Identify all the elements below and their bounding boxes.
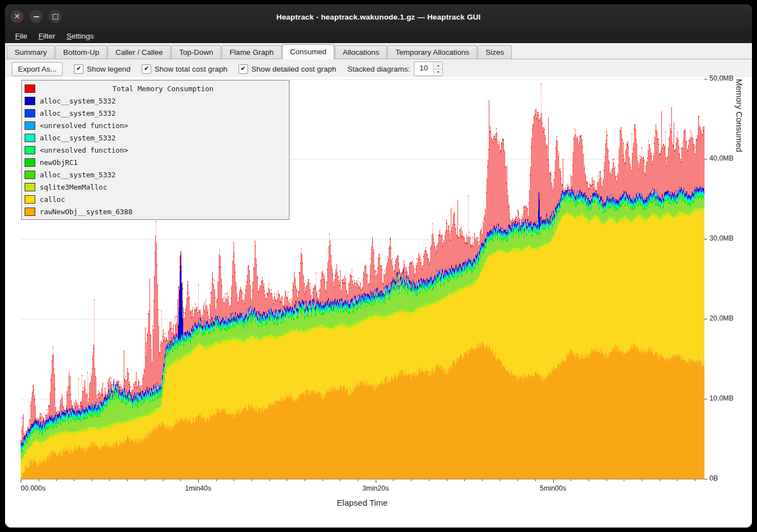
export-as-button[interactable]: Export As...: [12, 62, 63, 76]
x-axis-minor-tick: [323, 479, 323, 481]
app-window: ✕ Heaptrack - heaptrack.wakunode.1.gz — …: [5, 4, 752, 528]
legend-item: calloc: [25, 193, 286, 205]
check-icon: ✔: [76, 65, 81, 72]
spinner-value: 10: [414, 62, 433, 76]
y-axis-tick: [704, 79, 707, 79]
check-icon: ✔: [241, 65, 246, 72]
close-button[interactable]: ✕: [11, 10, 24, 23]
tab-bar: Summary Bottom-Up Caller / Callee Top-Do…: [5, 43, 752, 59]
checkbox-show-total-cost-graph[interactable]: ✔ Show total cost graph: [142, 64, 227, 74]
x-axis-minor-tick: [305, 479, 305, 481]
x-axis-minor-tick: [269, 479, 270, 481]
checkbox-label: Show detailed cost graph: [251, 65, 337, 73]
x-axis-minor-tick: [677, 479, 677, 481]
menubar: File Filter Settings: [5, 29, 752, 43]
menu-filter[interactable]: Filter: [33, 30, 61, 42]
x-axis-minor-tick: [233, 479, 234, 481]
x-axis-tick: [553, 479, 554, 483]
x-axis-minor-tick: [588, 479, 589, 481]
tab-consumed[interactable]: Consumed: [282, 44, 334, 59]
x-axis-minor-tick: [500, 479, 501, 481]
tab-caller-callee[interactable]: Caller / Callee: [108, 45, 171, 59]
x-axis-tick: [21, 479, 21, 483]
x-axis-minor-tick: [517, 479, 518, 481]
x-axis-minor-tick: [571, 479, 571, 481]
y-tick-label: 0B: [709, 474, 718, 482]
legend-item: alloc__system_5332: [25, 95, 286, 107]
window-controls: ✕: [11, 10, 62, 23]
tab-summary[interactable]: Summary: [7, 45, 55, 59]
legend-label: Total Memory Consumption: [40, 84, 286, 93]
checkbox-box: ✔: [239, 64, 248, 74]
stacked-diagrams-label: Stacked diagrams:: [348, 65, 410, 73]
x-axis-minor-tick: [624, 479, 624, 481]
legend-swatch: [25, 171, 35, 179]
legend-label: newObjRC1: [40, 158, 78, 167]
close-icon: ✕: [14, 12, 21, 20]
checkbox-show-detailed-cost-graph[interactable]: ✔ Show detailed cost graph: [239, 64, 337, 74]
legend-label: alloc__system_5332: [40, 97, 115, 105]
chart-panel: Total Memory Consumptionalloc__system_53…: [5, 77, 752, 528]
y-axis-tick: [704, 159, 707, 159]
x-axis-minor-tick: [340, 479, 340, 481]
checkbox-box: ✔: [142, 64, 151, 74]
toolbar: Export As... ✔ Show legend ✔ Show total …: [5, 59, 752, 78]
legend-title-row: Total Memory Consumption: [25, 82, 286, 95]
x-axis-minor-tick: [660, 479, 660, 481]
legend-swatch: [25, 158, 35, 167]
y-tick-label: 20,0MB: [709, 314, 733, 322]
checkbox-show-legend[interactable]: ✔ Show legend: [74, 64, 130, 74]
minimize-icon: [34, 16, 39, 17]
legend-item: rawNewObj__system_6388: [25, 205, 286, 218]
window-title: Heaptrack - heaptrack.wakunode.1.gz — He…: [5, 4, 752, 29]
legend-item: <unresolved function>: [25, 144, 286, 156]
y-tick-label: 40,0MB: [709, 154, 733, 162]
tab-allocations[interactable]: Allocations: [335, 45, 387, 59]
legend-item: alloc__system_5332: [25, 131, 286, 144]
x-tick-label: 3min20s: [362, 484, 389, 492]
tab-top-down[interactable]: Top-Down: [171, 45, 221, 59]
x-axis-title: Elapsed Time: [337, 498, 388, 507]
stacked-diagrams-control: Stacked diagrams: 10 ▲ ▼: [348, 62, 443, 76]
menu-file[interactable]: File: [10, 30, 33, 42]
x-axis-minor-tick: [393, 479, 394, 481]
spinner-down-button[interactable]: ▼: [434, 69, 442, 76]
y-axis-title: Memory Consumed: [735, 79, 744, 479]
legend-label: alloc__system_5332: [40, 109, 115, 117]
legend-label: <unresolved function>: [40, 121, 128, 130]
y-axis-tick: [704, 319, 707, 319]
x-axis-minor-tick: [695, 479, 695, 481]
menu-settings[interactable]: Settings: [61, 30, 100, 42]
minimize-button[interactable]: [30, 10, 43, 23]
x-axis-minor-tick: [163, 479, 163, 481]
x-tick-label: 1min40s: [185, 484, 211, 492]
x-axis-minor-tick: [358, 479, 358, 481]
tab-bottom-up[interactable]: Bottom-Up: [55, 45, 108, 59]
legend-swatch: [25, 97, 35, 105]
tab-flame-graph[interactable]: Flame Graph: [222, 45, 282, 59]
y-axis-tick: [704, 479, 707, 479]
x-axis-minor-tick: [464, 479, 465, 481]
tab-sizes[interactable]: Sizes: [478, 45, 512, 59]
y-tick-label: 50,0MB: [709, 74, 733, 82]
legend-item: newObjRC1: [25, 156, 286, 168]
x-axis-tick: [376, 479, 376, 483]
stacked-diagrams-spinner[interactable]: 10 ▲ ▼: [414, 62, 443, 76]
spinner-buttons: ▲ ▼: [433, 62, 442, 76]
chart-legend: Total Memory Consumptionalloc__system_53…: [21, 80, 289, 220]
titlebar[interactable]: ✕ Heaptrack - heaptrack.wakunode.1.gz — …: [5, 4, 752, 29]
x-axis-minor-tick: [535, 479, 536, 481]
legend-label: alloc__system_5332: [40, 171, 115, 179]
x-axis-minor-tick: [411, 479, 412, 481]
x-tick-label: 5min00s: [540, 484, 566, 492]
legend-item: sqlite3MemMalloc: [25, 181, 286, 193]
x-axis-minor-tick: [429, 479, 429, 481]
maximize-button[interactable]: [49, 10, 62, 23]
checkbox-label: Show total cost graph: [155, 65, 227, 73]
x-axis-minor-tick: [642, 479, 642, 481]
tab-temporary-allocations[interactable]: Temporary Allocations: [387, 45, 477, 59]
x-axis-minor-tick: [39, 479, 39, 481]
x-axis-minor-tick: [56, 479, 57, 481]
spinner-up-button[interactable]: ▲: [434, 62, 442, 69]
x-axis-minor-tick: [127, 479, 128, 481]
